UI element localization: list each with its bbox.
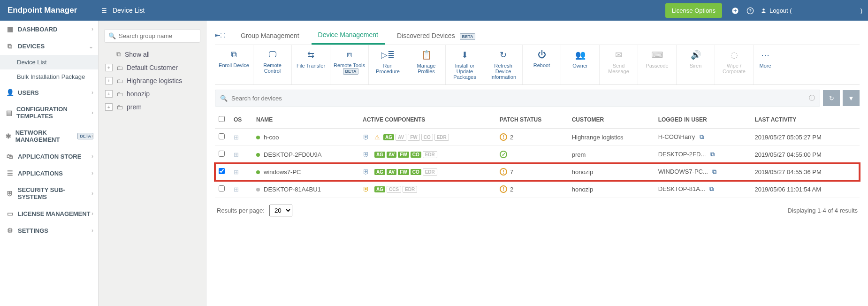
tool-manage-profiles[interactable]: 📋Manage Profiles: [407, 45, 446, 84]
col-user[interactable]: LOGGED IN USER: [655, 111, 751, 129]
tools-icon: ⧈: [332, 50, 366, 60]
group-item[interactable]: + 🗀 Default Customer: [102, 61, 202, 74]
select-all-checkbox[interactable]: [219, 116, 225, 122]
component-badge: FW: [398, 169, 409, 175]
results-per-page-select[interactable]: 20: [269, 205, 292, 216]
col-customer[interactable]: CUSTOMER: [568, 111, 655, 129]
device-search-input[interactable]: [231, 95, 805, 102]
group-label: Show all: [125, 51, 150, 58]
row-checkbox[interactable]: [219, 168, 225, 174]
expand-icon[interactable]: +: [105, 103, 113, 111]
group-item[interactable]: + 🗀 honozip: [102, 87, 202, 100]
group-label: honozip: [127, 90, 150, 98]
refresh-button[interactable]: ↻: [823, 90, 840, 106]
table-row[interactable]: ⊞DESKTOP-2FD0U9A⛨AGAVFWCOEDR✓premDESKTOP…: [215, 146, 860, 163]
tool-remote-tools[interactable]: ⧈Remote ToolsBETA: [330, 45, 369, 84]
sidebar-item-app-store[interactable]: 🛍 APPLICATION STORE ›: [0, 148, 98, 165]
tree-icon[interactable]: ⇤⸬: [215, 31, 225, 39]
logout-link[interactable]: Logout ( ): [761, 7, 862, 14]
sidebar-item-network[interactable]: ✱ NETWORK MANAGEMENT BETA ›: [0, 124, 98, 148]
passcode-icon: ⌨: [640, 50, 674, 60]
remote-icon[interactable]: ⧉: [710, 151, 715, 158]
tool-wipe[interactable]: ◌Wipe / Corporate: [715, 45, 754, 84]
sidebar-item-label: LICENSE MANAGEMENT: [18, 210, 91, 217]
tool-owner[interactable]: 👥Owner: [561, 45, 600, 84]
tool-label: File Transfer: [297, 63, 325, 69]
folder-icon: 🗀: [116, 103, 123, 111]
windows-icon: ⊞: [234, 168, 239, 176]
row-checkbox[interactable]: [219, 185, 225, 191]
table-row[interactable]: ⊞h-coo⛨⚠AGAVFWCOEDR!2Highrange logistics…: [215, 129, 860, 146]
col-active[interactable]: ACTIVE COMPONENTS: [359, 111, 496, 129]
tool-run-procedure[interactable]: ▷≣Run Procedure: [369, 45, 407, 84]
tool-install-packages[interactable]: ⬇Install or Update Packages: [446, 45, 484, 84]
group-search-input[interactable]: [119, 32, 196, 39]
row-checkbox[interactable]: [219, 151, 225, 157]
group-label: Highrange logistics: [127, 77, 182, 84]
expand-icon[interactable]: +: [105, 64, 113, 71]
sidebar-item-license[interactable]: ▭ LICENSE MANAGEMENT ›: [0, 205, 98, 222]
device-search[interactable]: 🔍 ⓘ: [215, 90, 820, 107]
tab-device-management[interactable]: Device Management: [312, 26, 385, 45]
group-show-all[interactable]: ⧉ Show all: [102, 47, 202, 61]
tool-enroll-device[interactable]: ⧉Enroll Device: [215, 45, 253, 84]
tool-remote-control[interactable]: 🖵Remote Control: [253, 45, 292, 84]
expand-icon[interactable]: +: [105, 77, 113, 84]
expand-icon[interactable]: +: [105, 90, 113, 98]
filter-button[interactable]: ▼: [843, 90, 860, 106]
group-search[interactable]: 🔍: [104, 29, 200, 43]
status-dot: [256, 136, 260, 139]
tool-send-message[interactable]: ✉Send Message: [600, 45, 638, 84]
component-badge: EDR: [434, 134, 449, 141]
brand-title: Endpoint Manager: [6, 6, 99, 15]
group-item[interactable]: + 🗀 Highrange logistics: [102, 74, 202, 87]
tool-more[interactable]: ⋯More: [754, 45, 777, 84]
remote-icon[interactable]: ⧉: [709, 185, 714, 192]
sidebar-item-applications[interactable]: ☰ APPLICATIONS ›: [0, 165, 98, 182]
chevron-right-icon: ›: [91, 89, 93, 96]
remote-icon[interactable]: ⧉: [700, 133, 704, 140]
tab-group-management[interactable]: Group Management: [234, 27, 306, 44]
help-icon[interactable]: ?: [746, 6, 754, 15]
sidebar-item-users[interactable]: 👤 USERS ›: [0, 84, 98, 101]
tool-reboot[interactable]: ⏻Reboot: [523, 45, 561, 84]
beta-badge: BETA: [343, 68, 359, 75]
sidebar-item-security[interactable]: ⛨ SECURITY SUB-SYSTEMS ›: [0, 182, 98, 205]
sidebar-item-label: APPLICATIONS: [18, 170, 63, 177]
row-checkbox[interactable]: [219, 133, 225, 139]
hamburger-icon[interactable]: ☰: [101, 7, 107, 14]
col-activity[interactable]: LAST ACTIVITY: [751, 111, 860, 129]
sidebar-item-devices[interactable]: ⧉ DEVICES ⌄: [0, 38, 98, 55]
add-circle-icon[interactable]: [731, 6, 739, 15]
table-row[interactable]: ⊞windows7-PC⛨AGAVFWCOEDR!7honozipWINDOWS…: [215, 163, 860, 181]
tool-label: Install or Update Packages: [453, 63, 476, 80]
sidebar-item-dashboard[interactable]: ▦ DASHBOARD ›: [0, 21, 98, 38]
show-all-icon: ⧉: [116, 50, 121, 58]
logged-in-user: H-COO\Harry: [658, 133, 695, 140]
col-patch[interactable]: PATCH STATUS: [496, 111, 568, 129]
tool-refresh-info[interactable]: ↻Refresh Device Information: [484, 45, 523, 84]
apps-icon: ☰: [5, 169, 15, 177]
tab-discovered-devices[interactable]: Discovered Devices BETA: [390, 27, 482, 44]
chevron-right-icon: ›: [91, 210, 93, 217]
remote-icon[interactable]: ⧉: [712, 168, 716, 175]
patch-count: 2: [510, 134, 513, 141]
table-row[interactable]: ⊞DESKTOP-81A4BU1⛨AGCCSEDR!2honozipDESKTO…: [215, 181, 860, 198]
license-options-button[interactable]: License Options: [665, 3, 722, 18]
chevron-right-icon: ›: [91, 170, 93, 176]
group-item[interactable]: + 🗀 prem: [102, 100, 202, 114]
col-name[interactable]: NAME: [252, 111, 359, 129]
info-icon[interactable]: ⓘ: [809, 94, 815, 102]
customer-cell: honozip: [568, 181, 655, 198]
sidebar-sub-device-list[interactable]: Device List: [0, 55, 98, 69]
tool-file-transfer[interactable]: ⇆File Transfer: [292, 45, 330, 84]
tabs: ⇤⸬ Group Management Device Management Di…: [215, 26, 860, 45]
sidebar-sub-bulk-install[interactable]: Bulk Installation Package: [0, 69, 98, 84]
tool-passcode[interactable]: ⌨Passcode: [638, 45, 677, 84]
sidebar-item-config-templates[interactable]: ▤ CONFIGURATION TEMPLATES ›: [0, 101, 98, 124]
tool-siren[interactable]: 🔊Siren: [677, 45, 715, 84]
logged-in-user: WINDOWS7-PC...: [658, 168, 708, 175]
store-icon: 🛍: [5, 153, 15, 160]
col-os[interactable]: OS: [230, 111, 252, 129]
sidebar-item-settings[interactable]: ⚙ SETTINGS ›: [0, 222, 98, 239]
